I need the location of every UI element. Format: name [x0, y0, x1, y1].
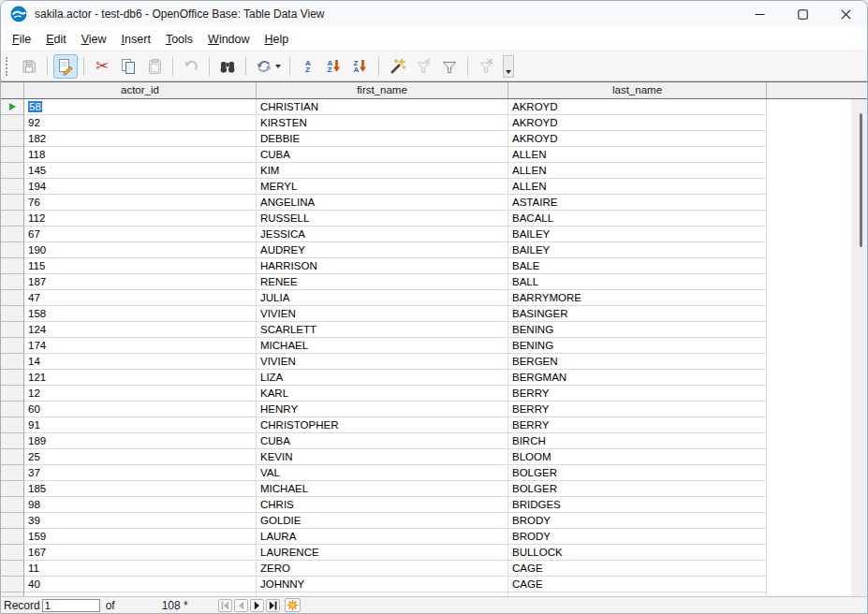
row-selector[interactable]: [1, 465, 24, 481]
cell-first_name[interactable]: MICHAEL: [257, 481, 508, 497]
menu-item-file[interactable]: File: [5, 29, 38, 50]
cell-last_name[interactable]: BENING: [508, 322, 767, 338]
cell-actor_id[interactable]: 115: [24, 258, 257, 274]
cell-last_name[interactable]: BERRY: [508, 386, 767, 402]
menu-item-edit[interactable]: Edit: [38, 29, 74, 50]
cell-first_name[interactable]: DEBBIE: [257, 131, 508, 147]
row-selector[interactable]: [1, 417, 24, 433]
cell-actor_id[interactable]: 194: [24, 179, 257, 195]
cell-first_name[interactable]: SCARLETT: [257, 322, 508, 338]
cell-actor_id[interactable]: 118: [24, 147, 257, 163]
cell-first_name[interactable]: HARRISON: [257, 258, 508, 274]
cell-first_name[interactable]: KIRSTEN: [257, 115, 508, 131]
cell-first_name[interactable]: VIVIEN: [257, 306, 508, 322]
row-selector[interactable]: [1, 306, 24, 322]
undo-button[interactable]: [179, 54, 203, 79]
row-selector[interactable]: [1, 402, 24, 417]
cell-first_name[interactable]: JULIA: [257, 290, 508, 306]
cell-last_name[interactable]: BRIDGES: [508, 497, 767, 513]
cell-last_name[interactable]: AKROYD: [508, 115, 767, 131]
edit-data-button[interactable]: [53, 54, 78, 79]
menu-item-window[interactable]: Window: [200, 29, 257, 50]
close-button[interactable]: [824, 1, 867, 27]
cell-actor_id[interactable]: 14: [24, 354, 257, 370]
column-header-actor_id[interactable]: actor_id: [24, 82, 257, 98]
find-record-button[interactable]: [215, 54, 240, 79]
row-selector[interactable]: [1, 513, 24, 529]
cell-actor_id[interactable]: 190: [24, 242, 257, 258]
row-selector[interactable]: [1, 163, 24, 179]
cell-first_name[interactable]: ANGELINA: [257, 195, 508, 211]
next-record-button[interactable]: [250, 599, 264, 612]
cell-last_name[interactable]: BRODY: [508, 513, 767, 529]
row-selector[interactable]: [1, 99, 24, 115]
row-selector[interactable]: [1, 131, 24, 147]
row-selector[interactable]: [1, 370, 24, 386]
row-selector[interactable]: [1, 195, 24, 211]
cell-last_name[interactable]: BLOOM: [508, 449, 767, 465]
cell-first_name[interactable]: VIVIEN: [257, 354, 508, 370]
cell-actor_id[interactable]: 25: [24, 449, 257, 465]
row-selector[interactable]: [1, 274, 24, 290]
cell-first_name[interactable]: MERYL: [257, 179, 508, 195]
cell-last_name[interactable]: BIRCH: [508, 433, 767, 449]
menu-item-tools[interactable]: Tools: [158, 29, 200, 50]
cell-last_name[interactable]: BERRY: [508, 402, 767, 417]
cell-actor_id[interactable]: 47: [24, 290, 257, 306]
cell-first_name[interactable]: CHRISTOPHER: [257, 417, 508, 433]
cell-actor_id[interactable]: 37: [24, 465, 257, 481]
cell-last_name[interactable]: BERRY: [508, 417, 767, 433]
cell-actor_id[interactable]: 187: [24, 274, 257, 290]
row-selector[interactable]: [1, 322, 24, 338]
toolbar-grip[interactable]: [6, 57, 10, 76]
cell-last_name[interactable]: AKROYD: [508, 99, 767, 115]
reset-filter-button[interactable]: [474, 54, 498, 79]
cell-actor_id[interactable]: 167: [24, 545, 257, 561]
cell-last_name[interactable]: ALLEN: [508, 179, 767, 195]
cell-first_name[interactable]: CUBA: [257, 147, 508, 163]
cell-last_name[interactable]: BERGMAN: [508, 370, 767, 386]
record-number-input[interactable]: [42, 599, 100, 612]
sort-ascending-button[interactable]: AZ: [322, 54, 346, 79]
cell-first_name[interactable]: KIM: [257, 163, 508, 179]
cell-first_name[interactable]: CHRISTIAN: [257, 99, 508, 115]
cell-first_name[interactable]: JOHNNY: [257, 577, 508, 592]
cell-first_name[interactable]: RUSSELL: [257, 211, 508, 227]
new-record-button[interactable]: [285, 598, 301, 612]
cell-actor_id[interactable]: 12: [24, 386, 257, 402]
cell-last_name[interactable]: ALLEN: [508, 163, 767, 179]
cell-first_name[interactable]: CHRIS: [257, 497, 508, 513]
row-selector[interactable]: [1, 433, 24, 449]
cell-actor_id[interactable]: 98: [24, 497, 257, 513]
cell-actor_id[interactable]: 174: [24, 338, 257, 354]
cell-first_name[interactable]: KEVIN: [257, 449, 508, 465]
cell-last_name[interactable]: BACALL: [508, 211, 767, 227]
cell-first_name[interactable]: MICHAEL: [257, 338, 508, 354]
cell-last_name[interactable]: CAGE: [508, 561, 767, 577]
menu-item-insert[interactable]: Insert: [114, 29, 158, 50]
cell-last_name[interactable]: BASINGER: [508, 306, 767, 322]
apply-filter-button[interactable]: [411, 54, 435, 79]
cell-last_name[interactable]: ALLEN: [508, 147, 767, 163]
row-selector[interactable]: [1, 227, 24, 242]
previous-record-button[interactable]: [234, 599, 248, 612]
cell-last_name[interactable]: BULLOCK: [508, 545, 767, 561]
paste-button[interactable]: [142, 54, 167, 79]
cell-last_name[interactable]: ASTAIRE: [508, 195, 767, 211]
cell-first_name[interactable]: JESSICA: [257, 227, 508, 242]
cell-last_name[interactable]: AKROYD: [508, 131, 767, 147]
maximize-button[interactable]: [781, 1, 824, 27]
row-selector[interactable]: [1, 545, 24, 561]
row-selector[interactable]: [1, 179, 24, 195]
row-selector[interactable]: [1, 497, 24, 513]
row-selector[interactable]: [1, 147, 24, 163]
cell-first_name[interactable]: KARL: [257, 386, 508, 402]
menu-item-help[interactable]: Help: [257, 29, 297, 50]
cell-first_name[interactable]: RENEE: [257, 274, 508, 290]
menu-item-view[interactable]: View: [74, 29, 114, 50]
row-selector[interactable]: [1, 290, 24, 306]
cell-first_name[interactable]: AUDREY: [257, 242, 508, 258]
cell-actor_id[interactable]: 189: [24, 433, 257, 449]
cell-last_name[interactable]: BAILEY: [508, 227, 767, 242]
standard-filter-button[interactable]: [437, 54, 462, 79]
